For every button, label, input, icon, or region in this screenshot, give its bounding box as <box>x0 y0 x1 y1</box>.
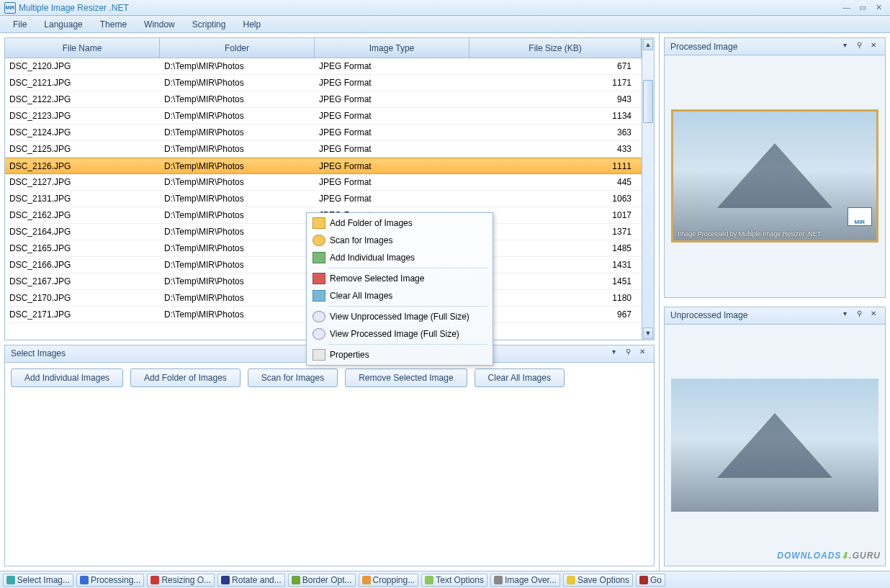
add-folder-of-images-button[interactable]: Add Folder of Images <box>130 368 241 387</box>
panel-pin-icon[interactable]: ⚲ <box>622 348 634 359</box>
ctx-view-unprocessed-image-full-size-[interactable]: View Unprocessed Image (Full Size) <box>308 308 491 325</box>
ctx-add-folder-of-images[interactable]: Add Folder of Images <box>308 214 491 232</box>
cell-fd: D:\Temp\MIR\Photos <box>160 309 315 320</box>
table-row[interactable]: DSC_2126.JPGD:\Temp\MIR\PhotosJPEG Forma… <box>5 158 642 174</box>
window-title: Multiple Image Resizer .NET <box>19 3 129 13</box>
panel-pin-icon[interactable]: ⚲ <box>853 41 865 53</box>
select-images-panel: Select Images ▾ ⚲ ✕ Add Individual Image… <box>4 345 655 566</box>
select-images-title: Select Images <box>11 348 66 358</box>
minimize-button[interactable]: — <box>840 3 854 13</box>
scroll-down-icon[interactable]: ▼ <box>643 327 653 339</box>
menu-help[interactable]: Help <box>234 16 269 33</box>
add-individual-images-button[interactable]: Add Individual Images <box>11 368 123 387</box>
mir-overlay-logo-icon: MIR <box>848 207 872 226</box>
cell-fs: 1171 <box>469 78 642 88</box>
scroll-thumb[interactable] <box>643 80 653 123</box>
remove-selected-image-button[interactable]: Remove Selected Image <box>345 368 467 387</box>
panel-close-icon[interactable]: ✕ <box>637 348 648 359</box>
clear-all-images-button[interactable]: Clear All Images <box>475 368 565 387</box>
table-row[interactable]: DSC_2122.JPGD:\Temp\MIR\PhotosJPEG Forma… <box>5 91 642 108</box>
scroll-track[interactable] <box>642 51 654 327</box>
menu-language[interactable]: Language <box>35 16 91 33</box>
cell-fs: 1017 <box>469 210 642 220</box>
table-row[interactable]: DSC_2123.JPGD:\Temp\MIR\PhotosJPEG Forma… <box>5 108 642 125</box>
table-row[interactable]: DSC_2121.JPGD:\Temp\MIR\PhotosJPEG Forma… <box>5 75 642 91</box>
ctx-scan-for-images[interactable]: Scan for Images <box>308 232 491 249</box>
ctx-view-processed-image-full-size-[interactable]: View Processed Image (Full Size) <box>308 325 491 343</box>
downloads-guru-watermark: DOWNLOADS⬇.GURU <box>777 548 881 561</box>
maximize-button[interactable]: ▭ <box>855 3 870 13</box>
cell-fd: D:\Temp\MIR\Photos <box>160 194 315 204</box>
col-folder[interactable]: Folder <box>160 38 315 58</box>
pyramid-shape-icon <box>717 413 832 478</box>
menu-window[interactable]: Window <box>135 16 184 33</box>
cell-it: JPEG Format <box>315 111 469 121</box>
panel-pin-icon[interactable]: ⚲ <box>853 309 865 321</box>
cell-fn: DSC_2124.JPG <box>5 127 160 137</box>
task-image-over-[interactable]: Image Over... <box>490 574 560 587</box>
mag-icon <box>313 328 325 340</box>
cell-fs: 1485 <box>469 243 642 253</box>
unprocessed-header: Unprocessed Image ▾ ⚲ ✕ <box>665 307 885 325</box>
cell-fs: 445 <box>469 177 642 187</box>
table-scrollbar[interactable]: ▲ ▼ <box>642 38 654 340</box>
task-icon <box>80 576 89 584</box>
cell-fd: D:\Temp\MIR\Photos <box>160 177 315 187</box>
unprocessed-preview[interactable] <box>671 379 878 512</box>
panel-close-icon[interactable]: ✕ <box>868 41 879 53</box>
cell-fn: DSC_2127.JPG <box>5 177 160 187</box>
table-row[interactable]: DSC_2124.JPGD:\Temp\MIR\PhotosJPEG Forma… <box>5 125 642 141</box>
ctx-remove-selected-image[interactable]: Remove Selected Image <box>308 270 491 287</box>
panel-dropdown-icon[interactable]: ▾ <box>839 41 850 53</box>
scan-for-images-button[interactable]: Scan for Images <box>248 368 338 387</box>
col-filesize[interactable]: File Size (KB) <box>469 38 642 58</box>
scroll-up-icon[interactable]: ▲ <box>643 39 653 50</box>
task-border-opt-[interactable]: Border Opt... <box>288 574 356 587</box>
task-cropping-[interactable]: Cropping... <box>359 574 419 587</box>
pyramid-shape-icon <box>717 143 832 208</box>
task-go[interactable]: Go <box>636 574 665 587</box>
ctx-label: View Unprocessed Image (Full Size) <box>330 312 469 322</box>
task-save-options[interactable]: Save Options <box>563 574 633 587</box>
clear-icon <box>313 290 325 302</box>
ctx-label: Clear All Images <box>330 291 392 301</box>
separator <box>328 306 488 307</box>
menu-theme[interactable]: Theme <box>91 16 135 33</box>
task-select-imag-[interactable]: Select Imag... <box>3 574 73 587</box>
cell-fs: 1134 <box>469 111 642 121</box>
panel-dropdown-icon[interactable]: ▾ <box>839 309 850 321</box>
task-icon <box>362 576 371 584</box>
task-label: Select Imag... <box>17 575 70 585</box>
table-row[interactable]: DSC_2125.JPGD:\Temp\MIR\PhotosJPEG Forma… <box>5 141 642 158</box>
task-processing-[interactable]: Processing... <box>76 574 144 587</box>
panel-dropdown-icon[interactable]: ▾ <box>608 348 619 359</box>
img-icon <box>313 252 325 263</box>
close-button[interactable]: ✕ <box>871 3 886 13</box>
menu-file[interactable]: File <box>4 16 35 33</box>
cell-fn: DSC_2126.JPG <box>5 161 160 171</box>
table-row[interactable]: DSC_2127.JPGD:\Temp\MIR\PhotosJPEG Forma… <box>5 174 642 191</box>
col-imagetype[interactable]: Image Type <box>315 38 469 58</box>
task-resizing-o-[interactable]: Resizing O... <box>147 574 215 587</box>
menu-scripting[interactable]: Scripting <box>184 16 235 33</box>
table-row[interactable]: DSC_2120.JPGD:\Temp\MIR\PhotosJPEG Forma… <box>5 58 642 75</box>
cell-fs: 967 <box>469 309 642 320</box>
processed-title: Processed Image <box>670 42 737 52</box>
cell-fs: 1180 <box>469 293 642 303</box>
ctx-add-individual-images[interactable]: Add Individual Images <box>308 249 491 266</box>
cell-fd: D:\Temp\MIR\Photos <box>160 293 315 303</box>
processed-preview[interactable]: MIR Image Processed by Multiple Image Re… <box>671 109 878 243</box>
ctx-label: View Processed Image (Full Size) <box>330 329 459 339</box>
panel-close-icon[interactable]: ✕ <box>868 309 879 321</box>
task-rotate-and-[interactable]: Rotate and... <box>217 574 285 587</box>
col-filename[interactable]: File Name <box>5 38 160 58</box>
processed-watermark: Image Processed by Multiple Image Resize… <box>678 230 872 238</box>
cell-fd: D:\Temp\MIR\Photos <box>160 260 315 270</box>
ctx-clear-all-images[interactable]: Clear All Images <box>308 287 491 304</box>
ctx-properties[interactable]: Properties <box>308 346 491 363</box>
del-icon <box>313 273 325 284</box>
table-row[interactable]: DSC_2131.JPGD:\Temp\MIR\PhotosJPEG Forma… <box>5 191 642 207</box>
task-text-options[interactable]: Text Options <box>421 574 487 587</box>
cell-fs: 1431 <box>469 260 642 270</box>
cell-fd: D:\Temp\MIR\Photos <box>160 144 315 154</box>
